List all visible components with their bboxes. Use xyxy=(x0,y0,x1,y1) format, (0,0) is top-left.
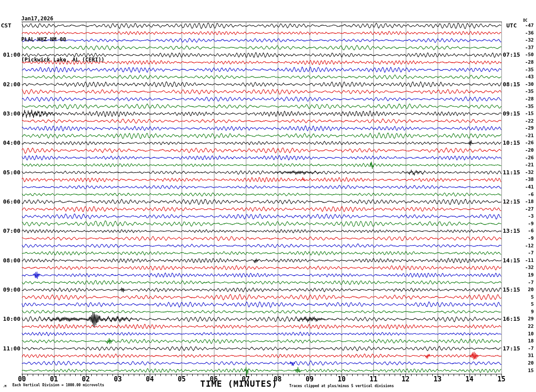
dc-offset-value: -32 xyxy=(514,265,534,270)
left-hour-label: 06:00 xyxy=(0,199,20,204)
title-station: PLAL HHZ NM 00 xyxy=(21,36,105,43)
dc-offset-value: 29 xyxy=(514,316,534,321)
dc-offset-value: -28 xyxy=(514,60,534,65)
dc-offset-value: 22 xyxy=(514,324,534,329)
dc-offset-value: -20 xyxy=(514,148,534,153)
dc-offset-value: 20 xyxy=(514,361,534,365)
dc-offset-value: -38 xyxy=(514,177,534,182)
dc-offset-value: -26 xyxy=(514,155,534,160)
dc-offset-value: -6 xyxy=(514,192,534,197)
left-hour-label: 10:00 xyxy=(0,316,20,322)
left-hour-label: 05:00 xyxy=(0,169,20,175)
dc-offset-value: -35 xyxy=(514,104,534,109)
dc-offset-value: -26 xyxy=(514,140,534,145)
dc-offset-value: -3 xyxy=(514,214,534,219)
x-tick-label: 03 xyxy=(110,375,125,383)
x-tick-label: 13 xyxy=(430,375,445,383)
x-tick-label: 02 xyxy=(78,375,93,383)
dc-offset-value: -21 xyxy=(514,133,534,138)
title-location: (Pickwick Lake, AL (CERI)) xyxy=(21,57,105,64)
x-tick-label: 12 xyxy=(398,375,413,383)
dc-offset-value: -43 xyxy=(514,74,534,79)
x-tick-label: 00 xyxy=(15,375,30,383)
x-tick-label: 10 xyxy=(334,375,349,383)
dc-offset-header: DC xyxy=(523,19,528,23)
left-hour-label: 08:00 xyxy=(0,257,20,263)
x-axis-title: TIME (MINUTES) xyxy=(200,379,277,388)
dc-offset-value: -9 xyxy=(514,221,534,226)
dc-offset-value: 18 xyxy=(514,338,534,343)
dc-offset-value: -7 xyxy=(514,280,534,285)
dc-offset-value: 15 xyxy=(514,368,534,373)
left-hour-label: 03:00 xyxy=(0,111,20,116)
dc-offset-value: -35 xyxy=(514,89,534,94)
dc-offset-value: -41 xyxy=(514,184,534,189)
left-hour-label: 09:00 xyxy=(0,287,20,292)
x-tick-label: 15 xyxy=(494,375,509,383)
dc-offset-value: -28 xyxy=(514,96,534,101)
dc-offset-value: -6 xyxy=(514,228,534,233)
dc-offset-value: -32 xyxy=(514,170,534,175)
footer-clip-note: Traces clipped at plus/minus 5 vertical … xyxy=(289,384,394,388)
dc-offset-value: -21 xyxy=(514,162,534,167)
dc-offset-value: -7 xyxy=(514,346,534,351)
dc-offset-value: 10 xyxy=(514,331,534,336)
dc-offset-value: 19 xyxy=(514,273,534,277)
x-tick-label: 04 xyxy=(142,375,157,383)
x-tick-label: 09 xyxy=(302,375,317,383)
dc-offset-value: -11 xyxy=(514,258,534,263)
left-hour-label: 07:00 xyxy=(0,228,20,234)
dc-offset-value: -15 xyxy=(514,111,534,116)
dc-offset-value: -9 xyxy=(514,236,534,241)
left-hour-label: 02:00 xyxy=(0,81,20,87)
dc-offset-value: -32 xyxy=(514,38,534,42)
dc-offset-value: -7 xyxy=(514,250,534,255)
dc-offset-value: -12 xyxy=(514,243,534,248)
dc-offset-value: -27 xyxy=(514,207,534,211)
dc-offset-value: -18 xyxy=(514,199,534,204)
dc-offset-value: 9 xyxy=(514,309,534,314)
dc-offset-value: -30 xyxy=(514,82,534,87)
x-tick-label: 14 xyxy=(462,375,477,383)
dc-offset-value: 31 xyxy=(514,353,534,358)
plot-title: Jan17,2026 PLAL HHZ NM 00 (Pickwick Lake… xyxy=(21,2,105,77)
x-tick-label: 01 xyxy=(47,375,62,383)
dc-offset-value: -35 xyxy=(514,67,534,72)
x-tick-label: 11 xyxy=(366,375,381,383)
left-hour-label: 04:00 xyxy=(0,140,20,146)
dc-offset-value: -37 xyxy=(514,45,534,50)
title-date: Jan17,2026 xyxy=(21,15,105,23)
x-tick-label: 05 xyxy=(174,375,189,383)
dc-offset-value: -47 xyxy=(514,23,534,28)
dc-offset-value: -50 xyxy=(514,52,534,57)
helicorder-page: Jan17,2026 PLAL HHZ NM 00 (Pickwick Lake… xyxy=(0,0,536,392)
left-axis-label: CST xyxy=(1,22,11,29)
corner-mark: .M xyxy=(3,384,6,388)
left-hour-label: 11:00 xyxy=(0,346,20,351)
footer-scale-note: Each Vertical Division = 1000.00 microvo… xyxy=(12,383,104,387)
dc-offset-value: 5 xyxy=(514,302,534,307)
dc-offset-value: 5 xyxy=(514,295,534,300)
dc-offset-value: -36 xyxy=(514,31,534,35)
dc-offset-value: -29 xyxy=(514,126,534,131)
dc-offset-value: -22 xyxy=(514,119,534,123)
left-hour-label: 01:00 xyxy=(0,52,20,58)
dc-offset-value: 20 xyxy=(514,287,534,292)
